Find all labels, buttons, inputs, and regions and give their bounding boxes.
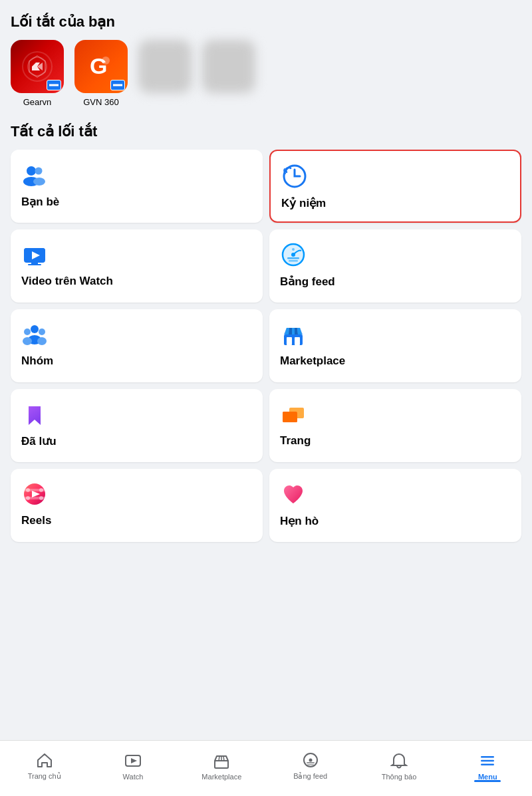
grid-item-groups[interactable]: Nhóm [11, 309, 263, 382]
reels-icon [21, 481, 48, 507]
nav-item-home[interactable]: Trang chủ [0, 745, 88, 781]
memories-icon [281, 163, 308, 190]
saved-label: Đã lưu [21, 434, 252, 448]
bottom-nav: Trang chủ Watch Marketplace [0, 740, 532, 796]
nav-item-menu[interactable]: Menu [444, 746, 532, 781]
shortcuts-section-title: Lối tắt của bạn [11, 13, 521, 31]
shortcut-gearvn[interactable]: Gearvn [11, 40, 64, 107]
grid-item-reels[interactable]: Reels [11, 469, 263, 542]
nav-item-feed[interactable]: Bảng feed [266, 745, 354, 781]
groups-icon [21, 321, 48, 348]
svg-point-49 [309, 759, 312, 762]
grid-item-dating[interactable]: Hẹn hò [269, 469, 521, 542]
svg-rect-32 [287, 337, 292, 345]
nav-marketplace-label: Marketplace [201, 773, 241, 781]
saved-icon [21, 401, 48, 428]
gvn360-flag-badge [110, 80, 125, 90]
nav-notifications-label: Thông báo [382, 773, 417, 781]
groups-label: Nhóm [21, 354, 252, 368]
svg-point-12 [33, 178, 45, 186]
marketplace-nav-icon [212, 751, 231, 770]
svg-rect-50 [307, 762, 315, 763]
gvn360-label: GVN 360 [83, 97, 118, 107]
gearvn-label: Gearvn [23, 97, 52, 107]
marketplace-large-icon [280, 321, 307, 348]
grid-item-marketplace[interactable]: Marketplace [269, 309, 521, 382]
grid-item-memories[interactable]: Kỷ niệm [269, 150, 521, 223]
gvn360-icon: G [74, 40, 128, 93]
svg-rect-52 [481, 756, 494, 758]
reels-label: Reels [21, 514, 252, 527]
svg-point-10 [35, 168, 43, 175]
shortcuts-row: Gearvn G GVN 360 [11, 40, 521, 107]
pages-icon [280, 401, 307, 428]
nav-home-label: Trang chủ [28, 772, 61, 781]
svg-point-22 [292, 248, 295, 251]
svg-point-44 [39, 496, 43, 500]
svg-point-27 [39, 329, 45, 335]
svg-rect-54 [481, 763, 494, 765]
svg-point-29 [23, 337, 32, 345]
friends-icon [21, 162, 48, 188]
grid-item-pages[interactable]: Trang [269, 389, 521, 462]
all-shortcuts-title: Tất cả lối tắt [11, 123, 521, 140]
gearvn-icon [11, 40, 64, 93]
watch-nav-icon [124, 751, 142, 770]
grid-item-friends[interactable]: Bạn bè [11, 150, 263, 223]
grid-item-watch-video[interactable]: Video trên Watch [11, 229, 263, 303]
svg-rect-47 [215, 761, 228, 768]
svg-point-6 [102, 57, 110, 65]
svg-point-42 [39, 488, 43, 492]
svg-point-9 [27, 166, 36, 176]
svg-rect-17 [28, 264, 41, 265]
gearvn-flag-badge [47, 80, 61, 90]
svg-marker-46 [131, 758, 137, 763]
svg-rect-51 [307, 764, 314, 765]
nav-item-watch[interactable]: Watch [88, 746, 177, 781]
nav-watch-label: Watch [123, 773, 144, 781]
friends-label: Bạn bè [21, 195, 252, 209]
grid-item-feed[interactable]: Bảng feed [269, 229, 521, 303]
watch-video-label: Video trên Watch [21, 275, 252, 288]
feed-nav-icon [301, 751, 320, 769]
notifications-icon [390, 751, 408, 770]
dating-icon [280, 481, 307, 507]
svg-rect-24 [289, 260, 298, 262]
shortcut-gvn360[interactable]: G GVN 360 [74, 40, 128, 107]
feed-icon [280, 241, 307, 268]
nav-item-notifications[interactable]: Thông báo [354, 746, 443, 781]
shortcuts-grid: Bạn bè Kỷ niệm [11, 150, 521, 542]
home-icon [35, 751, 54, 769]
svg-point-25 [31, 325, 39, 333]
memories-label: Kỷ niệm [281, 196, 509, 210]
nav-item-marketplace[interactable]: Marketplace [178, 746, 266, 781]
grid-item-saved[interactable]: Đã lưu [11, 389, 263, 462]
svg-rect-4 [49, 84, 59, 86]
svg-rect-36 [283, 412, 297, 422]
pages-label: Trang [280, 434, 511, 448]
feed-label: Bảng feed [280, 275, 511, 289]
svg-point-30 [37, 337, 47, 345]
svg-rect-16 [31, 261, 38, 264]
blurred-shortcuts [138, 40, 521, 93]
dating-label: Hẹn hò [280, 514, 511, 528]
svg-rect-33 [295, 337, 300, 345]
svg-rect-23 [287, 257, 299, 259]
svg-rect-8 [113, 84, 122, 86]
svg-point-41 [26, 488, 30, 492]
watch-video-icon [21, 241, 48, 268]
marketplace-large-label: Marketplace [280, 354, 511, 368]
nav-menu-label: Menu [478, 773, 497, 781]
svg-point-43 [26, 496, 30, 500]
svg-rect-53 [481, 759, 494, 761]
nav-feed-label: Bảng feed [293, 772, 327, 781]
menu-icon [478, 751, 497, 770]
svg-point-26 [24, 329, 31, 335]
